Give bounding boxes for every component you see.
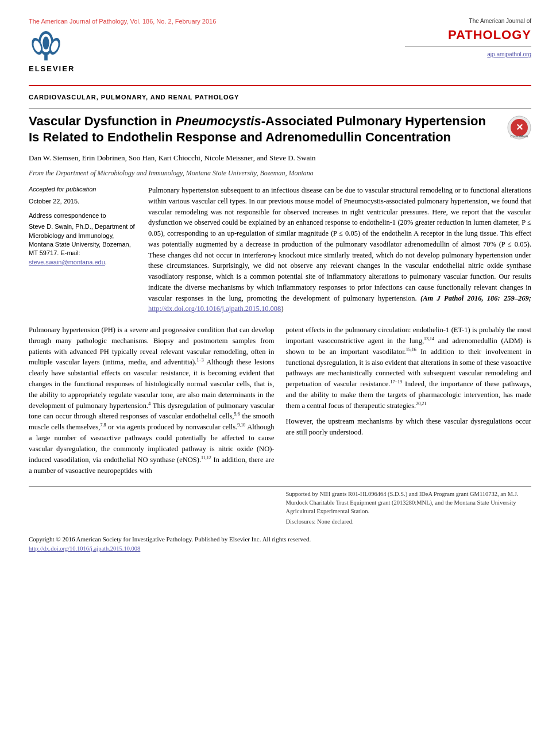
address-text: Steve D. Swain, Ph.D., Department of Mic… [29, 222, 138, 267]
footer-area: Supported by NIH grants R01-HL096464 (S.… [29, 486, 531, 553]
abstract-cite: (Am J Pathol 2016, 186: 259–269; [420, 294, 531, 302]
svg-text:✕: ✕ [516, 122, 523, 132]
address-label: Address correspondence to [29, 211, 138, 220]
body-col-left: Pulmonary hypertension (PH) is a severe … [29, 325, 275, 480]
email-link[interactable]: steve.swain@montana.edu [29, 259, 105, 266]
abstract-doi-link[interactable]: http://dx.doi.org/10.1016/j.ajpath.2015.… [148, 305, 281, 313]
body-col1-p1: Pulmonary hypertension (PH) is a severe … [29, 325, 275, 476]
header: The American Journal of Pathology, Vol. … [29, 17, 531, 75]
abstract-column: Pulmonary hypertension subsequent to an … [148, 185, 531, 314]
ref-4: 4 [148, 401, 150, 406]
journal-the-american: The American Journal of [448, 17, 531, 26]
title-italic: Pneumocystis [176, 114, 261, 128]
ref-5-6: 5,6 [234, 411, 240, 417]
body-col2-p1: potent effects in the pulmonary circulat… [286, 325, 532, 411]
journal-name-block: The American Journal of PATHOLOGY [448, 17, 531, 44]
support-text: Supported by NIH grants R01-HL096464 (S.… [286, 490, 532, 516]
journal-url-link[interactable]: ajp.amjpathol.org [487, 51, 531, 59]
footer-notes: Supported by NIH grants R01-HL096464 (S.… [286, 490, 532, 526]
red-divider [29, 85, 531, 86]
affiliation: From the Department of Microbiology and … [29, 168, 531, 178]
journal-title-top: The American Journal of Pathology, Vol. … [29, 17, 216, 26]
copyright-text: Copyright © 2016 American Society for In… [29, 535, 311, 553]
crossmark-icon: ✕ CrossMark [507, 116, 531, 140]
accepted-box: Accepted for publication October 22, 201… [29, 185, 138, 314]
accepted-date: October 22, 2015. [29, 197, 138, 206]
body-col-right: potent effects in the pulmonary circulat… [286, 325, 532, 480]
ref-11-12: 11,12 [201, 455, 211, 460]
copyright-line1: Copyright © 2016 American Society for In… [29, 535, 311, 544]
article-title-block: Vascular Dysfunction in Pneumocystis-Ass… [29, 113, 531, 146]
svg-point-4 [43, 36, 49, 49]
header-left: The American Journal of Pathology, Vol. … [29, 17, 216, 75]
accepted-label: Accepted for publication [29, 185, 138, 194]
section-divider [29, 108, 531, 109]
ref-15-16: 15,16 [406, 347, 416, 352]
journal-pathology-title: PATHOLOGY [448, 26, 531, 44]
header-right: The American Journal of PATHOLOGY ajp.am… [405, 17, 531, 59]
ref-9-10: 9,10 [237, 422, 245, 428]
ref-7-8: 7,8 [100, 422, 106, 428]
doi-bottom-link[interactable]: http://dx.doi.org/10.1016/j.ajpath.2015.… [29, 545, 140, 552]
body-col2-p2: However, the upstream mechanisms by whic… [286, 416, 532, 438]
page: The American Journal of Pathology, Vol. … [0, 0, 560, 750]
svg-text:CrossMark: CrossMark [510, 134, 528, 138]
abstract-text: Pulmonary hypertension subsequent to an … [148, 186, 531, 302]
ref-20-21: 20,21 [416, 401, 426, 406]
ref-1-3: 1−3 [196, 357, 204, 363]
abstract-cite-close: ) [281, 305, 283, 313]
title-text: Vascular Dysfunction in Pneumocystis-Ass… [29, 113, 507, 146]
accepted-abstract-row: Accepted for publication October 22, 201… [29, 185, 531, 314]
ref-13-14: 13,14 [424, 336, 434, 341]
disclosures-text: Disclosures: None declared. [286, 518, 532, 526]
section-label: CARDIOVASCULAR, PULMONARY, AND RENAL PAT… [29, 93, 531, 102]
ref-17-19: 17−19 [390, 379, 402, 384]
elsevier-tree-icon [29, 31, 63, 63]
title-part1: Vascular Dysfunction in [29, 114, 176, 128]
footer-bottom: Copyright © 2016 American Society for In… [29, 535, 531, 553]
body-columns: Pulmonary hypertension (PH) is a severe … [29, 325, 531, 480]
authors: Dan W. Siemsen, Erin Dobrinen, Soo Han, … [29, 153, 531, 164]
elsevier-wordmark: ELSEVIER [29, 64, 75, 75]
elsevier-logo: ELSEVIER [29, 31, 75, 75]
